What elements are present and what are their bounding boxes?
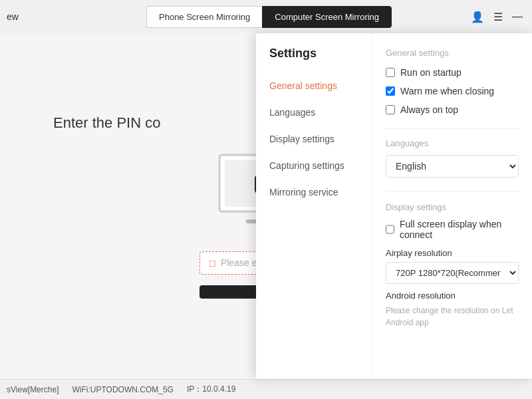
pin-placeholder-text: Please e [221, 257, 257, 268]
app-label: ew [0, 11, 33, 22]
option-warn-closing[interactable]: Warn me when closing [386, 86, 519, 96]
titlebar: ew Phone Screen Mirroring Computer Scree… [0, 0, 532, 33]
sidebar-item-display[interactable]: Display settings [256, 126, 372, 152]
divider-1 [386, 128, 519, 129]
menu-icon[interactable]: ☰ [493, 11, 503, 23]
tab-group: Phone Screen Mirroring Computer Screen M… [146, 6, 392, 28]
sidebar-item-languages[interactable]: Languages [256, 99, 372, 126]
sidebar-item-mirroring[interactable]: Mirroring service [256, 179, 372, 205]
checkbox-warn-closing[interactable] [386, 86, 395, 96]
status-wifi-label: WiFi:UPTODOWN.COM_5G [72, 385, 173, 394]
general-settings-section: General settings Run on startup Warn me … [386, 48, 519, 115]
settings-content: General settings Run on startup Warn me … [372, 33, 532, 379]
display-section-title: Display settings [386, 202, 519, 212]
checkbox-always-top[interactable] [386, 105, 395, 114]
option-fullscreen[interactable]: Full screen display when connect [386, 219, 519, 240]
airplay-resolution-label: Airplay resolution [386, 248, 519, 258]
language-select[interactable]: English [386, 155, 519, 178]
statusbar: sView[Merche] WiFi:UPTODOWN.COM_5G IP：10… [0, 379, 532, 399]
enter-pin-text: Enter the PIN co [53, 114, 160, 132]
tab-computer-screen-mirroring[interactable]: Computer Screen Mirroring [262, 6, 392, 28]
settings-title: Settings [256, 47, 372, 72]
sidebar-item-general[interactable]: General settings [256, 72, 372, 99]
user-icon[interactable]: 👤 [471, 11, 484, 23]
option-always-top[interactable]: Always on top [386, 104, 519, 115]
android-resolution-note: Please change the resolution on Let Andr… [386, 305, 519, 329]
display-settings-section: Display settings Full screen display whe… [386, 202, 519, 329]
android-resolution-label: Android resolution [386, 291, 519, 301]
tab-phone-screen-mirroring[interactable]: Phone Screen Mirroring [146, 6, 262, 28]
status-view-label: sView[Merche] [7, 385, 59, 394]
minimize-icon[interactable]: — [512, 11, 523, 23]
window-controls: 👤 ☰ — [471, 11, 532, 23]
settings-sidebar: Settings General settings Languages Disp… [256, 33, 372, 379]
option-run-startup[interactable]: Run on startup [386, 67, 519, 78]
divider-2 [386, 191, 519, 192]
settings-panel: Settings General settings Languages Disp… [256, 33, 532, 379]
checkbox-fullscreen[interactable] [386, 225, 394, 234]
airplay-resolution-select[interactable]: 720P 1280*720(Recommended) [386, 262, 519, 284]
scan-icon: □ [209, 257, 215, 269]
languages-section-title: Languages [386, 138, 519, 148]
general-section-title: General settings [386, 48, 519, 58]
status-ip-label: IP：10.0.4.19 [187, 384, 235, 395]
languages-section: Languages English [386, 138, 519, 178]
checkbox-run-startup[interactable] [386, 68, 395, 77]
sidebar-item-capturing[interactable]: Capturing settings [256, 152, 372, 179]
